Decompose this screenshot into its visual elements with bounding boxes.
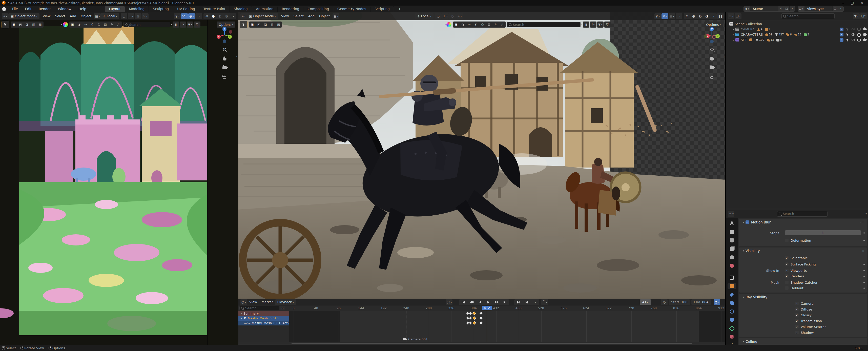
channel-search[interactable]: [239, 306, 279, 310]
brush-6-icon[interactable]: ☄: [499, 22, 506, 28]
axis-gizmo[interactable]: Z X Y: [704, 27, 720, 43]
pan-hand-icon[interactable]: [222, 56, 227, 61]
viewport-disable-toggle[interactable]: [857, 38, 861, 42]
bookmark-icon[interactable]: ▮: [173, 22, 179, 28]
outliner-row-camera[interactable]: ▸ CAMERA 4 2 ✓: [726, 27, 868, 32]
hierarchy-dropdown[interactable]: ⫶▾: [180, 22, 186, 28]
auto-keying-icon[interactable]: ◯▾: [446, 299, 453, 305]
end-frame-field[interactable]: End864: [691, 299, 711, 305]
tool-search-input[interactable]: [513, 23, 579, 27]
pivot-point-dropdown[interactable]: ▦▾: [94, 13, 101, 19]
select-mode-invert-icon[interactable]: ▥: [269, 22, 275, 28]
viewlayer-selector[interactable]: ❏▾ ViewLayer ❏ ✕: [798, 6, 844, 12]
ray-volume-scatter-checkbox[interactable]: ✓: [795, 325, 799, 328]
orientation-dropdown[interactable]: ⊹ Local▾: [101, 13, 119, 19]
timeline-ruler[interactable]: 0 48 96 144 192 240 288 336 384 432 480 …: [289, 306, 725, 311]
select-mode-subtract-icon[interactable]: ◪: [24, 22, 30, 28]
shading-solid-icon[interactable]: ●: [690, 13, 697, 19]
ray-glossy-checkbox[interactable]: ✓: [795, 313, 799, 317]
viewport-center[interactable]: ⌗▾ ▣ Object Mode▾ View Select Add Object…: [238, 12, 725, 298]
bookmark-icon[interactable]: ▮: [583, 22, 589, 28]
proportional-edit-icon[interactable]: ◎: [135, 13, 142, 19]
current-frame-field[interactable]: 412: [640, 299, 651, 305]
tab-texture-paint[interactable]: Texture Paint: [199, 6, 230, 12]
selectable-toggle[interactable]: [845, 38, 849, 42]
animate-dot[interactable]: [863, 287, 865, 289]
tab-render[interactable]: [727, 229, 736, 235]
play-reverse-button[interactable]: [476, 299, 484, 305]
animate-dot[interactable]: [863, 232, 865, 233]
menu-window[interactable]: Window: [54, 6, 75, 12]
tool-search-input[interactable]: [129, 23, 168, 27]
tab-rendering[interactable]: Rendering: [278, 6, 303, 12]
shading-wireframe-icon[interactable]: ⊕: [684, 13, 690, 19]
mode-dropdown[interactable]: ▣ Object Mode▾: [9, 13, 39, 19]
collapse-icon[interactable]: ▾: [741, 250, 746, 252]
new-collection-icon[interactable]: ❏⁺: [860, 13, 867, 19]
play-button[interactable]: [484, 299, 492, 305]
brush-5-icon[interactable]: ✎: [492, 22, 499, 28]
select-menu[interactable]: Select: [53, 14, 68, 18]
camera-view-icon[interactable]: [709, 65, 715, 70]
remove-viewlayer-icon[interactable]: ✕: [838, 6, 843, 11]
timeline-view-menu[interactable]: View: [247, 300, 259, 304]
exclude-checkbox[interactable]: ✓: [840, 38, 843, 42]
editor-type-icon[interactable]: ⌗▾: [240, 13, 247, 19]
hide-eye-toggle[interactable]: [851, 27, 855, 31]
channel-search-input[interactable]: [245, 306, 278, 310]
show-gizmo-dropdown[interactable]: ⤱▾: [181, 13, 188, 19]
filter-toggle-icon[interactable]: ↔: [280, 306, 285, 310]
color-wheel-icon[interactable]: [63, 22, 68, 27]
outliner-search-input[interactable]: [787, 14, 833, 18]
ray-shadow-checkbox[interactable]: ✓: [795, 331, 799, 334]
selectable-checkbox[interactable]: ✓: [785, 256, 788, 260]
xray-toggle-icon[interactable]: ▱: [195, 13, 202, 19]
gizmo-pin-dropdown[interactable]: ⚲▾: [174, 13, 181, 19]
view-menu[interactable]: View: [40, 14, 53, 18]
shading-rendered-icon[interactable]: ◑: [223, 13, 230, 19]
viewport-disable-toggle[interactable]: [857, 27, 861, 31]
shield-icon[interactable]: ⛉: [604, 22, 611, 28]
brush-1-icon[interactable]: ✑: [466, 22, 473, 28]
select-menu[interactable]: Select: [291, 14, 306, 18]
tab-world[interactable]: [727, 263, 736, 269]
filter-dropdown[interactable]: ▼▾: [853, 13, 860, 19]
tab-scripting[interactable]: Scripting: [370, 6, 394, 12]
playback-sync-icon[interactable]: ◔▾: [714, 299, 720, 305]
tab-sculpting[interactable]: Sculpting: [149, 6, 173, 12]
tab-modifiers[interactable]: [727, 291, 736, 297]
display-mode-dropdown[interactable]: ❏▾: [735, 13, 741, 19]
ray-camera-checkbox[interactable]: ✓: [795, 302, 799, 305]
channel-object[interactable]: ▾ Meshy_Mesh_0.010: [238, 316, 289, 321]
filter-dropdown[interactable]: ▼▾: [597, 22, 603, 28]
keyframe-area[interactable]: [289, 311, 725, 342]
new-scene-icon[interactable]: ❏: [784, 6, 789, 11]
channel-action[interactable]: ▸ ▪◇▪ Meshy_Mesh_0.010Action: [238, 321, 289, 325]
brush-4-icon[interactable]: ▤: [486, 22, 492, 28]
add-menu[interactable]: Add: [68, 14, 79, 18]
region-collapse-icon[interactable]: ‹: [723, 55, 725, 59]
outliner-row-set[interactable]: ▸ SET 199 13 8 ✓: [726, 37, 868, 42]
minimize-button[interactable]: –: [842, 1, 844, 5]
tab-animation[interactable]: Animation: [252, 6, 278, 12]
tab-uv-editing[interactable]: UV Editing: [173, 6, 199, 12]
collapse-icon[interactable]: ▾: [240, 317, 243, 320]
select-mode-subtract-icon[interactable]: ◪: [262, 22, 269, 28]
step-forward-button[interactable]: [523, 299, 531, 305]
expand-icon[interactable]: ▸: [732, 28, 735, 31]
viewports-checkbox[interactable]: ✓: [785, 269, 788, 272]
playhead-frame-badge[interactable]: 412: [482, 306, 492, 310]
brush-2-icon[interactable]: ❨: [89, 22, 96, 28]
unlink-scene-icon[interactable]: ✕: [789, 6, 795, 11]
collapse-icon[interactable]: ▾: [741, 296, 746, 298]
deformation-checkbox[interactable]: [785, 238, 788, 242]
lock-view-icon[interactable]: [709, 74, 715, 79]
zoom-icon[interactable]: [709, 46, 715, 52]
tabs-overflow-chevron[interactable]: ▾: [732, 342, 733, 345]
step-back-button[interactable]: [514, 299, 523, 305]
add-workspace-button[interactable]: +: [394, 6, 405, 12]
next-keyframe-button[interactable]: [492, 299, 501, 305]
paint-mask-icon[interactable]: ▣: [453, 22, 460, 28]
steps-slider[interactable]: 1: [785, 230, 861, 235]
properties-search-input[interactable]: [783, 212, 826, 216]
